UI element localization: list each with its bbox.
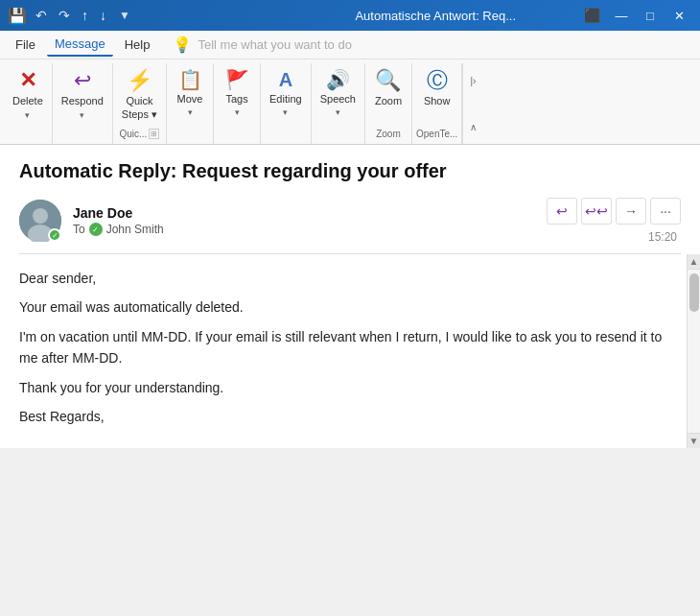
delete-ribbon-group: ✕ Delete ▾ — [4, 63, 53, 144]
sender-details: Jane Doe To ✓ John Smith — [73, 205, 164, 236]
to-label: To — [73, 223, 85, 236]
show-label: Show — [424, 95, 451, 107]
move-label: Move — [177, 93, 203, 106]
show-group-label: OpenTe... — [416, 129, 457, 142]
delete-label: Delete — [12, 95, 43, 107]
reply-all-button[interactable]: ↩↩ — [581, 198, 612, 225]
window-view-icon[interactable]: ⬛ — [578, 6, 606, 25]
zoom-group-label: Zoom — [376, 129, 401, 142]
menu-help[interactable]: Help — [117, 34, 158, 56]
quicksteps-button[interactable]: ⚡ QuickSteps ▾ — [117, 65, 162, 124]
body-paragraph-3: I'm on vacation until MM-DD. If your ema… — [19, 326, 667, 369]
body-paragraph-1: Dear sender, — [19, 268, 667, 289]
window-controls: ⬛ — □ ✕ — [578, 2, 692, 29]
delete-icon: ✕ — [19, 68, 36, 93]
editing-icon: A — [279, 68, 292, 91]
zoom-label: Zoom — [375, 95, 402, 107]
tags-items: 🚩 Tags ▾ — [218, 65, 256, 137]
reply-button[interactable]: ↩ — [547, 198, 577, 225]
email-timestamp: 15:20 — [648, 230, 681, 244]
respond-icon: ↩ — [74, 68, 91, 93]
ribbon-scroll-right[interactable]: |› — [465, 67, 480, 94]
quicksteps-label: QuickSteps ▾ — [122, 95, 157, 120]
email-actions-wrap: ↩ ↩↩ → ··· 15:20 — [547, 198, 681, 244]
speech-button[interactable]: 🔊 Speech ▾ — [315, 65, 361, 120]
svg-point-1 — [33, 208, 48, 224]
sender-name: Jane Doe — [73, 205, 164, 221]
show-icon: Ⓒ — [427, 68, 448, 93]
ribbon-scroll: |› ∧ — [462, 63, 482, 144]
move-items: 📋 Move ▾ — [171, 65, 209, 137]
main-area: Automatic Reply: Request regarding your … — [0, 145, 700, 448]
delete-button[interactable]: ✕ Delete ▾ — [8, 65, 48, 123]
move-arrow: ▾ — [188, 107, 193, 117]
zoom-items: 🔍 Zoom — [369, 65, 408, 127]
recipient-name: John Smith — [106, 223, 164, 236]
more-actions-button[interactable]: ··· — [650, 198, 681, 225]
sender-to: To ✓ John Smith — [73, 223, 164, 236]
customize-icon[interactable]: ▼ — [115, 7, 134, 24]
speech-icon: 🔊 — [326, 68, 350, 91]
move-ribbon-group: 📋 Move ▾ — [167, 63, 214, 144]
scroll-down-button[interactable]: ▼ — [688, 433, 700, 448]
menu-file[interactable]: File — [8, 34, 43, 56]
editing-button[interactable]: A Editing ▾ — [265, 65, 307, 120]
zoom-ribbon-group: 🔍 Zoom Zoom — [365, 63, 412, 144]
minimize-button[interactable]: — — [608, 2, 635, 29]
redo-icon[interactable]: ↷ — [56, 6, 73, 25]
email-body: Dear sender, Your email was automaticall… — [0, 254, 687, 448]
speech-label: Speech — [320, 93, 356, 106]
window-title: Automatische Antwort: Req... — [293, 9, 579, 23]
zoom-button[interactable]: 🔍 Zoom — [369, 65, 408, 111]
move-button[interactable]: 📋 Move ▾ — [171, 65, 209, 120]
show-items: Ⓒ Show — [418, 65, 456, 127]
avatar-wrap: ✓ — [19, 200, 61, 242]
menu-bar: File Message Help 💡 Tell me what you wan… — [0, 31, 700, 59]
close-button[interactable]: ✕ — [665, 2, 692, 29]
respond-items: ↩ Respond ▾ — [57, 65, 108, 137]
show-ribbon-group: Ⓒ Show OpenTe... — [412, 63, 462, 144]
up-arrow-icon[interactable]: ↑ — [79, 6, 91, 25]
email-header: ✓ Jane Doe To ✓ John Smith ↩ ↩↩ → ··· — [0, 192, 700, 253]
quicksteps-icon: ⚡ — [127, 68, 152, 93]
sender-info: ✓ Jane Doe To ✓ John Smith — [19, 200, 164, 242]
tags-ribbon-group: 🚩 Tags ▾ — [214, 63, 261, 144]
search-bar: 💡 Tell me what you want to do — [173, 36, 351, 54]
ribbon-collapse[interactable]: ∧ — [465, 113, 480, 140]
show-button[interactable]: Ⓒ Show — [418, 65, 456, 111]
editing-arrow: ▾ — [283, 107, 288, 117]
search-placeholder[interactable]: Tell me what you want to do — [198, 37, 351, 52]
speech-arrow: ▾ — [336, 107, 340, 117]
menu-message[interactable]: Message — [47, 33, 113, 57]
respond-arrow: ▾ — [80, 110, 84, 120]
scroll-up-button[interactable]: ▲ — [688, 254, 700, 270]
respond-label: Respond — [61, 95, 104, 107]
tags-button[interactable]: 🚩 Tags ▾ — [218, 65, 256, 120]
down-arrow-icon[interactable]: ↓ — [97, 6, 109, 25]
forward-button[interactable]: → — [616, 198, 646, 225]
move-icon: 📋 — [178, 68, 202, 91]
respond-button[interactable]: ↩ Respond ▾ — [57, 65, 108, 123]
maximize-button[interactable]: □ — [637, 2, 664, 29]
recipient-verified-icon: ✓ — [89, 223, 103, 236]
delete-arrow: ▾ — [25, 110, 30, 120]
avatar-badge: ✓ — [48, 228, 61, 242]
scroll-track[interactable] — [688, 270, 700, 433]
quicksteps-items: ⚡ QuickSteps ▾ — [117, 65, 162, 127]
undo-icon[interactable]: ↶ — [33, 6, 50, 25]
scroll-thumb[interactable] — [689, 273, 699, 312]
quicksteps-expand-icon[interactable]: ⊞ — [149, 129, 159, 139]
scrollbar[interactable]: ▲ ▼ — [687, 254, 700, 448]
quicksteps-group-label: Quic... ⊞ — [119, 129, 159, 142]
editing-ribbon-group: A Editing ▾ — [261, 63, 312, 144]
title-bar: 💾 ↶ ↷ ↑ ↓ ▼ Automatische Antwort: Req...… — [0, 0, 700, 31]
speech-ribbon-group: 🔊 Speech ▾ — [312, 63, 365, 144]
tags-label: Tags — [225, 93, 247, 106]
action-buttons: ↩ ↩↩ → ··· — [547, 198, 681, 225]
zoom-icon: 🔍 — [375, 68, 401, 93]
save-icon[interactable]: 💾 — [8, 7, 27, 25]
tags-icon: 🚩 — [225, 68, 249, 91]
tags-arrow: ▾ — [235, 107, 240, 117]
lightbulb-icon: 💡 — [173, 36, 192, 54]
quicksteps-ribbon-group: ⚡ QuickSteps ▾ Quic... ⊞ — [113, 63, 167, 144]
